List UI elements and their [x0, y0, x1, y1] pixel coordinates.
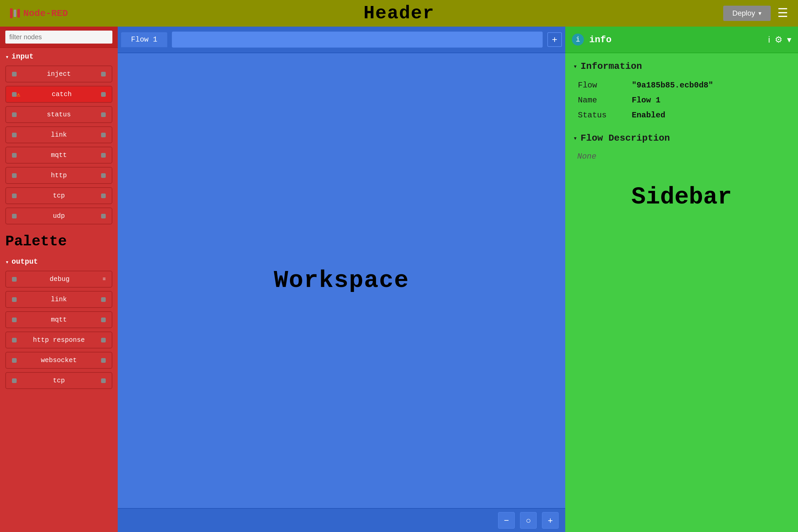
- flow-key-cell: Flow: [574, 78, 627, 92]
- node-port-right-icon: [101, 72, 106, 76]
- workspace-tabs: Flow 1 +: [118, 26, 565, 53]
- node-label: tcp: [17, 377, 101, 384]
- node-port-left-icon: [12, 297, 17, 302]
- node-port-left-icon: [12, 92, 17, 97]
- add-tab-button[interactable]: +: [547, 32, 562, 47]
- information-section-label: Information: [581, 61, 642, 72]
- palette-input-label: input: [12, 53, 34, 61]
- sidebar-information-header[interactable]: ▾ Information: [573, 61, 790, 72]
- palette-node-http-response[interactable]: http response: [5, 331, 112, 348]
- node-port-right-icon: [101, 112, 106, 117]
- sidebar-settings-icon[interactable]: ⚙: [775, 35, 782, 45]
- sidebar-info-button[interactable]: i: [768, 35, 770, 45]
- header-logo: Node-RED: [10, 8, 68, 19]
- sidebar-tab-info-label[interactable]: info: [589, 35, 611, 45]
- node-port-right-icon: [101, 214, 106, 218]
- workspace-canvas[interactable]: Workspace: [118, 53, 565, 508]
- zoom-in-button[interactable]: +: [542, 512, 558, 529]
- palette-filter-input[interactable]: [5, 31, 112, 43]
- workspace-bottom-bar: − ○ +: [118, 508, 565, 532]
- palette-node-http-input[interactable]: http: [5, 167, 112, 184]
- sidebar-info-circle-icon: i: [572, 34, 584, 45]
- node-port-right-icon: [101, 358, 106, 363]
- node-port-right-icon: [101, 173, 106, 178]
- sidebar-collapse-icon[interactable]: ▾: [787, 35, 791, 45]
- node-port-left-icon: [12, 193, 17, 198]
- header: Node-RED Header Deploy ▾ ☰: [0, 0, 798, 26]
- main-layout: ▾ input inject ⚠ catch status li: [0, 26, 798, 532]
- node-label: websocket: [17, 357, 101, 364]
- node-port-left-icon: [12, 277, 17, 282]
- node-label: link: [17, 131, 101, 139]
- palette-node-tcp-output[interactable]: tcp: [5, 372, 112, 389]
- node-port-right-icon: [101, 193, 106, 198]
- workspace-search-input[interactable]: [172, 32, 543, 48]
- palette: ▾ input inject ⚠ catch status li: [0, 26, 118, 532]
- hamburger-icon[interactable]: ☰: [777, 6, 788, 21]
- name-key-cell: Name: [574, 93, 627, 108]
- palette-node-status[interactable]: status: [5, 106, 112, 123]
- node-port-left-icon: [12, 133, 17, 137]
- node-port-left-icon: [12, 112, 17, 117]
- palette-output-label: output: [12, 258, 38, 266]
- node-label: status: [17, 111, 101, 118]
- palette-node-debug[interactable]: debug ≡: [5, 271, 112, 288]
- palette-node-link-output[interactable]: link: [5, 291, 112, 308]
- node-label: link: [17, 296, 101, 303]
- node-port-left-icon: [12, 214, 17, 218]
- palette-node-mqtt-output[interactable]: mqtt: [5, 311, 112, 328]
- deploy-button[interactable]: Deploy ▾: [723, 6, 771, 21]
- palette-input-chevron-icon: ▾: [5, 53, 9, 60]
- node-label: mqtt: [17, 151, 101, 159]
- palette-node-link-input[interactable]: link: [5, 126, 112, 143]
- deploy-label: Deploy: [733, 9, 755, 18]
- node-label: inject: [17, 70, 101, 78]
- node-port-right-icon: [101, 92, 106, 97]
- sidebar-flow-description-header[interactable]: ▾ Flow Description: [573, 133, 790, 143]
- node-label: tcp: [17, 192, 101, 200]
- sidebar-header: i info i ⚙ ▾: [565, 26, 798, 53]
- palette-filter-area: [0, 26, 118, 48]
- information-chevron-icon: ▾: [573, 62, 577, 71]
- flow-value-cell: "9a185b85.ecb0d8": [628, 78, 790, 92]
- node-label: debug: [17, 275, 102, 283]
- palette-node-tcp-input[interactable]: tcp: [5, 187, 112, 204]
- node-port-right-icon: [101, 378, 106, 383]
- table-row: Flow "9a185b85.ecb0d8": [574, 78, 790, 92]
- status-key-cell: Status: [574, 108, 627, 122]
- palette-node-mqtt-input[interactable]: mqtt: [5, 147, 112, 164]
- palette-node-catch[interactable]: ⚠ catch: [5, 86, 112, 103]
- flow-description-label: Flow Description: [581, 133, 670, 143]
- node-port-left-icon: [12, 153, 17, 158]
- node-port-left-icon: [12, 173, 17, 178]
- logo: Node-RED: [10, 8, 68, 19]
- zoom-out-button[interactable]: −: [498, 512, 515, 529]
- sidebar-information-section: ▾ Information Flow "9a185b85.ecb0d8" Nam…: [573, 61, 790, 123]
- workspace: Flow 1 + Workspace − ○ +: [118, 26, 565, 532]
- palette-section-input-header[interactable]: ▾ input: [0, 48, 118, 63]
- node-port-left-icon: [12, 72, 17, 76]
- node-label: catch: [22, 91, 101, 98]
- node-port-left-icon: [12, 358, 17, 363]
- palette-node-websocket[interactable]: websocket: [5, 352, 112, 369]
- node-label: mqtt: [17, 316, 101, 324]
- node-label: http response: [17, 336, 101, 344]
- debug-list-icon: ≡: [102, 276, 106, 282]
- node-port-right-icon: [101, 133, 106, 137]
- sidebar: i info i ⚙ ▾ ▾ Information Flow "9a185b8…: [565, 26, 798, 532]
- palette-section-output-header[interactable]: ▾ output: [0, 253, 118, 269]
- palette-node-udp-input[interactable]: udp: [5, 208, 112, 225]
- deploy-chevron-icon: ▾: [758, 10, 761, 17]
- palette-node-inject[interactable]: inject: [5, 65, 112, 82]
- table-row: Name Flow 1: [574, 93, 790, 108]
- zoom-reset-button[interactable]: ○: [520, 512, 537, 529]
- workspace-tab-flow1[interactable]: Flow 1: [121, 32, 167, 47]
- sidebar-header-right-controls: i ⚙ ▾: [768, 35, 791, 45]
- header-right-controls: Deploy ▾ ☰: [723, 6, 788, 21]
- info-letter: i: [575, 36, 580, 44]
- node-label: udp: [17, 212, 101, 220]
- node-port-right-icon: [101, 297, 106, 302]
- warning-icon: ⚠: [17, 91, 20, 98]
- tab-label: Flow 1: [131, 36, 157, 44]
- palette-big-label: Palette: [0, 226, 118, 253]
